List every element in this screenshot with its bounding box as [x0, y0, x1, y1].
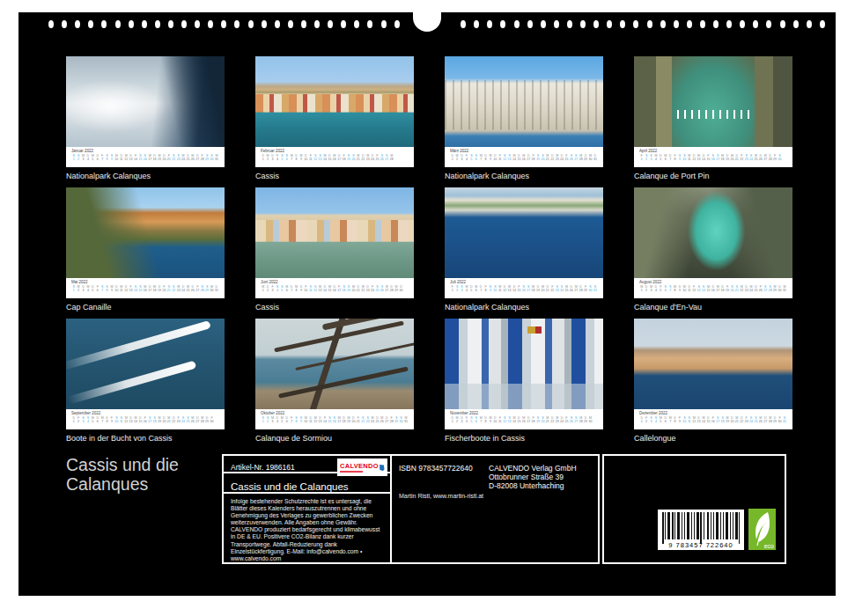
- mini-days-row: F1S2S3M4D5M6D7F8S9S10M11D12M13D14F15S16S…: [450, 285, 598, 292]
- binding-hole: [726, 20, 732, 28]
- binding-hole: [766, 20, 771, 28]
- month-cell: März 2022D1M2D3F4S5S6M7D8M9D10F11S12S13M…: [445, 56, 603, 187]
- binding-hole: [288, 20, 293, 28]
- month-card: November 2022D1M2D3F4S5S6M7D8M9D10F11S12…: [445, 319, 603, 429]
- month-label: Januar 2022: [71, 149, 219, 153]
- binding-hole: [88, 20, 93, 28]
- binding-hole: [62, 20, 67, 28]
- binding-hole: [633, 20, 638, 28]
- calendar-title-cell: Cassis und die Calanques: [224, 473, 390, 494]
- month-caption: Fischerboote in Cassis: [445, 434, 603, 444]
- month-card: Februar 2022D1M2D3F4S5S6M7D8M9D10F11S12S…: [255, 56, 414, 167]
- binding-hole: [181, 20, 187, 28]
- month-label: November 2022: [450, 411, 598, 415]
- binding-hole: [248, 20, 254, 28]
- months-grid: Januar 2022S1S2M3D4M5D6F7S8S9M10D11M12D1…: [66, 56, 792, 450]
- month-card: März 2022D1M2D3F4S5S6M7D8M9D10F11S12S13M…: [445, 56, 603, 167]
- binding-hole: [687, 20, 692, 28]
- calvendo-logo: CALVENDO: [337, 458, 387, 476]
- publisher-street: Ottobrunner Straße 39: [489, 473, 577, 481]
- binding-hole: [394, 20, 400, 28]
- binding-hole: [700, 20, 705, 28]
- month-photo: [66, 319, 225, 409]
- binding-hole: [168, 20, 173, 28]
- month-card: September 2022D1F2S3S4M5D6M7D8F9S10S11M1…: [66, 319, 225, 429]
- article-number-cell: Artikel-Nr. 1986161 CALVENDO: [224, 456, 390, 473]
- month-label: März 2022: [450, 149, 598, 153]
- mini-day: D31: [214, 285, 218, 292]
- binding-hole: [208, 20, 213, 28]
- month-cell: September 2022D1F2S3S4M5D6M7D8F9S10S11M1…: [66, 319, 225, 450]
- month-caption: Calanque d'En-Vau: [634, 303, 792, 312]
- binding-hole: [514, 20, 520, 28]
- mini-calendar-strip: Oktober 2022S1S2M3D4M5D6F7S8S9M10D11M12D…: [255, 409, 414, 429]
- month-photo: [445, 56, 603, 147]
- month-caption: Boote in der Bucht von Cassis: [66, 434, 225, 444]
- month-cell: August 2022M1D2M3D4F5S6S7M8D9M10D11F12S1…: [634, 187, 792, 319]
- month-cell: Oktober 2022S1S2M3D4M5D6F7S8S9M10D11M12D…: [255, 319, 414, 450]
- binding-hole: [234, 20, 240, 28]
- binding-hole: [301, 20, 306, 28]
- publisher-city: D-82008 Unterhaching: [489, 481, 577, 490]
- month-cell: Februar 2022D1M2D3F4S5S6M7D8M9D10F11S12S…: [255, 56, 414, 187]
- binding-hole: [554, 20, 559, 28]
- binding-hole: [155, 20, 160, 28]
- binding-hole: [753, 20, 758, 28]
- binding-hole: [647, 20, 652, 28]
- month-photo: [634, 56, 792, 147]
- mini-days-row: F1S2S3M4D5M6D7F8S9S10M11D12M13D14F15S16S…: [639, 154, 787, 161]
- mini-days-row: D1F2S3S4M5D6M7D8F9S10S11M12D13M14D15F16S…: [639, 416, 787, 423]
- mini-day: M31: [782, 285, 786, 292]
- binding-hole: [527, 20, 533, 28]
- mini-days-row: S1S2M3D4M5D6F7S8S9M10D11M12D13F14S15S16M…: [71, 154, 219, 161]
- calvendo-tagline: [340, 471, 363, 473]
- month-cell: Dezember 2022D1F2S3S4M5D6M7D8F9S10S11M12…: [634, 319, 792, 450]
- mini-calendar-strip: November 2022D1M2D3F4S5S6M7D8M9D10F11S12…: [445, 409, 603, 429]
- month-label: Juli 2022: [450, 280, 598, 284]
- binding-hole: [275, 20, 280, 28]
- binding-hole: [487, 20, 492, 28]
- month-label: September 2022: [71, 411, 219, 415]
- mini-day: S31: [593, 285, 597, 292]
- binding-hole: [607, 20, 612, 28]
- binding-hole: [262, 20, 267, 28]
- barcode-digits: 9 783457 722640: [658, 541, 744, 549]
- barcode-guard-bar: [739, 512, 741, 544]
- month-photo: [445, 187, 603, 278]
- mini-days-row: M1D2F3S4S5M6D7M8D9F10S11S12M13D14M15D16F…: [261, 285, 409, 292]
- mini-calendar-strip: Januar 2022S1S2M3D4M5D6F7S8S9M10D11M12D1…: [66, 147, 225, 167]
- eco-label: eco: [764, 543, 774, 549]
- month-card: Dezember 2022D1F2S3S4M5D6M7D8F9S10S11M12…: [634, 319, 792, 429]
- binding-hole: [580, 20, 586, 28]
- isbn-text: ISBN 9783457722640: [399, 464, 473, 473]
- binding-hole: [129, 20, 134, 28]
- mini-calendar-strip: Juli 2022F1S2S3M4D5M6D7F8S9S10M11D12M13D…: [445, 278, 603, 298]
- hanger-notch: [413, 12, 441, 32]
- back-cover-title-line2: Calanques: [66, 474, 179, 494]
- month-photo: [255, 56, 414, 147]
- month-card: April 2022F1S2S3M4D5M6D7F8S9S10M11D12M13…: [634, 56, 792, 167]
- month-caption: Nationalpark Calanques: [445, 303, 603, 312]
- binding-hole: [221, 20, 226, 28]
- month-photo: [634, 319, 792, 409]
- month-cell: Juni 2022M1D2F3S4S5M6D7M8D9F10S11S12M13D…: [255, 187, 414, 319]
- mini-calendar-strip: August 2022M1D2M3D4F5S6S7M8D9M10D11F12S1…: [634, 278, 792, 298]
- article-number: Artikel-Nr. 1986161: [231, 463, 295, 472]
- month-cell: Juli 2022F1S2S3M4D5M6D7F8S9S10M11D12M13D…: [445, 187, 603, 319]
- binding-hole: [713, 20, 719, 28]
- binding-hole: [674, 20, 679, 28]
- month-caption: Calanque de Sormiou: [255, 434, 414, 444]
- month-photo: [66, 187, 225, 278]
- legal-text: Infolge bestehender Schutzrechte ist es …: [224, 494, 390, 567]
- mini-calendar-strip: Juni 2022M1D2F3S4S5M6D7M8D9F10S11S12M13D…: [255, 278, 414, 298]
- mini-day: F30: [210, 416, 214, 423]
- calendar-title: Cassis und die Calanques: [231, 481, 349, 492]
- info-panel: Artikel-Nr. 1986161 CALVENDO Cassis und …: [222, 454, 600, 564]
- binding-hole: [195, 20, 200, 28]
- binding-hole: [780, 20, 785, 28]
- binding-hole: [115, 20, 121, 28]
- binding-hole: [474, 20, 479, 28]
- month-label: August 2022: [639, 280, 787, 284]
- calvendo-map-icon: [379, 462, 385, 473]
- month-card: Januar 2022S1S2M3D4M5D6F7S8S9M10D11M12D1…: [66, 56, 225, 167]
